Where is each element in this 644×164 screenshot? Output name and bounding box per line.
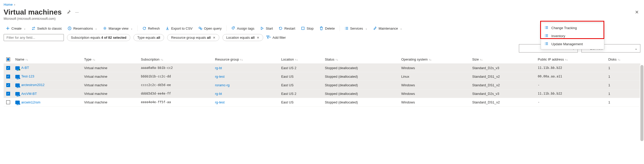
row-checkbox[interactable]: ✓ bbox=[6, 92, 10, 96]
cell-location: East US 2 bbox=[279, 89, 322, 98]
chevron-down-icon: ⌄ bbox=[24, 27, 26, 30]
cell-status: Stopped (deallocated) bbox=[322, 98, 398, 107]
delete-button[interactable]: Delete bbox=[317, 25, 337, 31]
col-resource-group[interactable]: Resource group↑↓ bbox=[212, 55, 279, 64]
row-checkbox[interactable]: ✓ bbox=[6, 66, 10, 70]
col-os[interactable]: Operating system↑↓ bbox=[399, 55, 470, 64]
sort-icon: ↑↓ bbox=[295, 58, 298, 61]
filter-pill-subscription[interactable]: Subscription equals 4 of 82 selected bbox=[67, 34, 130, 41]
cell-os: Linux bbox=[399, 72, 470, 81]
services-button[interactable]: Services⌄ bbox=[342, 25, 369, 31]
table-row[interactable]: ✓arctestrsm2012Virtual machinecccc2c2c-d… bbox=[4, 81, 640, 89]
row-checkbox[interactable] bbox=[6, 100, 10, 104]
col-type[interactable]: Type↑↓ bbox=[82, 55, 138, 64]
sort-icon: ↑↓ bbox=[335, 58, 338, 61]
cell-subscription: bbbb1b1b-cc2c-dd bbox=[138, 72, 213, 81]
vm-name-link[interactable]: arctestrsm2012 bbox=[21, 83, 45, 87]
cell-os: Windows bbox=[399, 98, 470, 107]
restart-button[interactable]: Restart bbox=[276, 25, 297, 31]
cell-size: Standard_DS1_v2 bbox=[470, 72, 535, 81]
query-icon bbox=[198, 26, 202, 30]
cell-type: Virtual machine bbox=[82, 89, 138, 98]
table-row[interactable]: ✓Test-123Virtual machinebbbb1b1b-cc2c-dd… bbox=[4, 72, 640, 81]
rg-link[interactable]: roramc-rg bbox=[215, 83, 229, 87]
svg-point-1 bbox=[104, 28, 106, 29]
cell-type: Virtual machine bbox=[82, 81, 138, 89]
add-filter-button[interactable]: Add filter bbox=[266, 35, 286, 40]
cell-status: Stopped (deallocated) bbox=[322, 89, 398, 98]
table-row[interactable]: arcwin12rsmVirtual machineeeee4e4e-ff5f-… bbox=[4, 98, 640, 107]
stop-button[interactable]: Stop bbox=[299, 25, 316, 31]
rg-link[interactable]: rg-bt bbox=[215, 66, 222, 70]
filter-input[interactable] bbox=[4, 34, 64, 41]
cell-type: Virtual machine bbox=[82, 72, 138, 81]
chevron-down-icon: ⌄ bbox=[635, 47, 638, 50]
rg-link[interactable]: rg-test bbox=[215, 100, 225, 104]
trash-icon bbox=[319, 26, 323, 30]
plus-icon bbox=[6, 26, 10, 30]
vm-name-link[interactable]: A-BT bbox=[21, 66, 29, 70]
list-icon bbox=[545, 34, 549, 38]
pin-icon[interactable] bbox=[66, 10, 71, 15]
select-all-checkbox[interactable] bbox=[6, 57, 10, 61]
list-icon bbox=[344, 26, 349, 30]
services-dropdown: Change Tracking Inventory Update Managem… bbox=[541, 23, 604, 49]
services-menu-change-tracking[interactable]: Change Tracking bbox=[541, 24, 604, 32]
col-name[interactable]: Name↑↓ bbox=[13, 55, 82, 64]
col-size[interactable]: Size↑↓ bbox=[470, 55, 535, 64]
col-pip[interactable]: Public IP address↑↓ bbox=[535, 55, 606, 64]
filter-pill-location[interactable]: Location equals all ✕ bbox=[222, 34, 263, 41]
svg-rect-5 bbox=[302, 27, 304, 30]
scrollbar-thumb[interactable] bbox=[640, 65, 643, 107]
cell-size: Standard_DS1_v2 bbox=[470, 98, 535, 107]
filter-pill-resource-group[interactable]: Resource group equals all ✕ bbox=[167, 34, 219, 41]
sort-icon: ↑↓ bbox=[160, 58, 163, 61]
cell-disks: 1 bbox=[606, 72, 640, 81]
assign-tags-button[interactable]: Assign tags bbox=[229, 25, 256, 31]
create-button[interactable]: Create⌄ bbox=[4, 25, 28, 31]
rg-link[interactable]: rg-bt bbox=[215, 92, 222, 96]
cell-location: East US bbox=[279, 81, 322, 89]
maintenance-button[interactable]: Maintenance⌄ bbox=[371, 25, 404, 31]
services-menu-update-management[interactable]: Update Management bbox=[541, 40, 604, 48]
sort-icon: ↑↓ bbox=[25, 58, 28, 61]
cell-size: Standard_D2s_v3 bbox=[470, 64, 535, 72]
export-csv-button[interactable]: Export to CSV bbox=[163, 25, 194, 31]
close-icon[interactable]: ✕ bbox=[213, 36, 215, 40]
breadcrumb-home[interactable]: Home bbox=[4, 3, 13, 6]
cell-status: Stopped (deallocated) bbox=[322, 64, 398, 72]
manage-view-button[interactable]: Manage view⌄ bbox=[101, 25, 135, 31]
page-subtitle: Microsoft (microsoft.onmicrosoft.com) bbox=[4, 17, 640, 21]
refresh-button[interactable]: Refresh bbox=[140, 25, 162, 31]
more-icon[interactable]: ⋯ bbox=[75, 10, 79, 14]
start-button[interactable]: Start bbox=[258, 25, 275, 31]
gear-icon bbox=[103, 26, 107, 30]
open-query-button[interactable]: Open query bbox=[196, 25, 224, 31]
vm-name-link[interactable]: Test-123 bbox=[21, 74, 34, 78]
close-icon[interactable]: ✕ bbox=[635, 9, 640, 15]
vm-name-link[interactable]: ArcVM-BT bbox=[21, 92, 37, 96]
vm-name-link[interactable]: arcwin12rsm bbox=[21, 100, 40, 104]
col-location[interactable]: Location↑↓ bbox=[279, 55, 322, 64]
rg-link[interactable]: rg-test bbox=[215, 75, 225, 78]
sort-icon: ↑↓ bbox=[92, 58, 95, 61]
table-row[interactable]: ✓A-BTVirtual machineaaaa0a0a-bb1b-cc2rg-… bbox=[4, 64, 640, 72]
reservations-button[interactable]: Reservations⌄ bbox=[65, 25, 99, 31]
cell-subscription: aaaa0a0a-bb1b-cc2 bbox=[138, 64, 213, 72]
table-row[interactable]: ✓ArcVM-BTVirtual machinedddd3d3d-ee4e-ff… bbox=[4, 89, 640, 98]
cell-size: Standard_D2s_v3 bbox=[470, 89, 535, 98]
row-checkbox[interactable]: ✓ bbox=[6, 75, 10, 78]
close-icon[interactable]: ✕ bbox=[257, 36, 259, 40]
cell-subscription: eeee4e4e-ff5f-aa bbox=[138, 98, 213, 107]
col-subscription[interactable]: Subscription↑↓ bbox=[138, 55, 213, 64]
add-filter-icon bbox=[266, 35, 270, 40]
row-checkbox[interactable]: ✓ bbox=[6, 83, 10, 87]
col-status[interactable]: Status↑↓ bbox=[322, 55, 398, 64]
services-menu-inventory[interactable]: Inventory bbox=[541, 32, 604, 40]
sort-icon: ↑↓ bbox=[565, 58, 568, 61]
col-disks[interactable]: Disks↑↓ bbox=[606, 55, 640, 64]
vertical-scrollbar[interactable] bbox=[640, 65, 644, 107]
chevron-down-icon: ⌄ bbox=[95, 27, 97, 30]
filter-pill-type[interactable]: Type equals all bbox=[133, 34, 164, 41]
switch-classic-button[interactable]: Switch to classic bbox=[29, 25, 64, 31]
